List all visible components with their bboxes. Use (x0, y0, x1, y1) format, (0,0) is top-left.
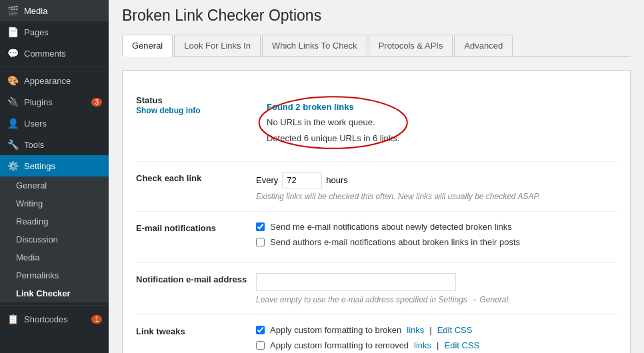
check-link-hint: Existing links will be checked this ofte… (256, 192, 617, 201)
sidebar-item-general[interactable]: General (0, 176, 109, 194)
settings-submenu: General Writing Reading Discussion Media… (0, 176, 109, 302)
sidebar-item-comments[interactable]: 💬 Comments (0, 43, 109, 64)
link-tweaks-label: Link tweaks (136, 325, 256, 336)
link-tweak1-sep: | (429, 325, 431, 335)
email-option1-row: Send me e-mail notifications about newly… (256, 222, 617, 232)
tab-advanced[interactable]: Advanced (454, 35, 513, 56)
tab-look-for-links-in[interactable]: Look For Links In (174, 35, 261, 56)
sidebar-item-discussion[interactable]: Discussion (0, 230, 109, 248)
sidebar-item-permalinks[interactable]: Permalinks (0, 266, 109, 284)
appearance-icon: 🎨 (7, 75, 19, 86)
debug-link[interactable]: Show debug info (136, 106, 201, 115)
users-icon: 👤 (7, 118, 19, 129)
settings-panel: Status Show debug info Found 2 broken li… (122, 70, 631, 353)
check-each-link-row: Check each link Every hours Existing lin… (136, 162, 617, 212)
check-link-input-row: Every hours (256, 172, 617, 188)
settings-icon: ⚙️ (7, 161, 19, 171)
sidebar-item-media[interactable]: Media (0, 248, 109, 266)
sidebar-item-media[interactable]: 🎬 Media (0, 0, 109, 21)
page-title: Broken Link Checker Options (122, 7, 631, 25)
status-oval-container: Found 2 broken links No URLs in the work… (256, 94, 410, 151)
sidebar-item-tools[interactable]: 🔧 Tools (0, 134, 109, 155)
removed-links-link-tweak[interactable]: links (414, 340, 431, 350)
comments-icon: 💬 (7, 48, 19, 59)
email-option2-row: Send authors e-mail notifications about … (256, 237, 617, 247)
divider1 (0, 67, 109, 67)
link-tweaks-row: Link tweaks Apply custom formatting to b… (136, 315, 617, 353)
main-content: Broken Link Checker Options General Look… (109, 0, 644, 353)
status-row: Status Show debug info Found 2 broken li… (136, 84, 617, 162)
sidebar-item-settings[interactable]: ⚙️ Settings ◀ (0, 155, 109, 176)
sidebar-item-writing[interactable]: Writing (0, 194, 109, 212)
sidebar-item-reading[interactable]: Reading (0, 212, 109, 230)
svg-point-0 (259, 97, 407, 149)
check-link-label: Check each link (136, 172, 256, 183)
divider2 (0, 305, 109, 306)
sidebar-item-appearance[interactable]: 🎨 Appearance (0, 70, 109, 91)
sidebar-item-plugins[interactable]: 🔌 Plugins 3 (0, 91, 109, 113)
hours-label: hours (326, 175, 348, 185)
notification-email-label: Notification e-mail address (136, 273, 256, 284)
edit-css-link2[interactable]: Edit CSS (445, 340, 480, 350)
link-tweak1-row: Apply custom formatting to broken links … (256, 325, 617, 335)
hours-input[interactable] (282, 172, 322, 188)
link-tweak1-prefix: Apply custom formatting to broken (270, 325, 401, 335)
tab-bar: General Look For Links In Which Links To… (122, 35, 631, 57)
tab-which-links-to-check[interactable]: Which Links To Check (262, 35, 367, 56)
status-label: Status (136, 95, 163, 105)
settings-arrow: ◀ (97, 163, 102, 170)
broken-links-link-tweak[interactable]: links (407, 325, 424, 335)
link-tweak2-prefix: Apply custom formatting to removed (270, 340, 409, 350)
plugins-icon: 🔌 (7, 97, 19, 107)
media-icon: 🎬 (7, 5, 19, 16)
every-label: Every (256, 175, 278, 185)
link-tweak2-checkbox[interactable] (256, 341, 265, 350)
tab-protocols-apis[interactable]: Protocols & APIs (369, 35, 453, 56)
link-tweak2-sep: | (437, 340, 439, 350)
tab-general[interactable]: General (122, 35, 173, 57)
sidebar-item-users[interactable]: 👤 Users (0, 113, 109, 134)
plugins-badge: 3 (91, 98, 102, 107)
link-tweak2-row: Apply custom formatting to removed links… (256, 340, 617, 350)
pages-icon: 📄 (7, 27, 19, 37)
tools-icon: 🔧 (7, 139, 19, 150)
email-notifications-row: E-mail notifications Send me e-mail noti… (136, 212, 617, 263)
notification-email-hint: Leave empty to use the e-mail address sp… (256, 295, 617, 304)
status-oval-svg (256, 94, 410, 151)
email-notifications-label: E-mail notifications (136, 222, 256, 233)
shortcodes-icon: 📋 (7, 314, 19, 324)
notification-email-input[interactable] (256, 273, 456, 291)
sidebar: 🎬 Media 📄 Pages 💬 Comments 🎨 Appearance … (0, 0, 109, 353)
edit-css-link1[interactable]: Edit CSS (437, 325, 473, 335)
email-option1-label: Send me e-mail notifications about newly… (270, 222, 512, 232)
shortcodes-badge: 1 (91, 315, 102, 324)
sidebar-item-shortcodes[interactable]: 📋 Shortcodes 1 (0, 308, 109, 330)
sidebar-item-link-checker[interactable]: Link Checker (0, 284, 109, 302)
notification-email-row: Notification e-mail address Leave empty … (136, 263, 617, 315)
sidebar-item-pages[interactable]: 📄 Pages (0, 21, 109, 43)
email-option1-checkbox[interactable] (256, 222, 265, 231)
email-option2-checkbox[interactable] (256, 238, 265, 246)
link-tweak1-checkbox[interactable] (256, 326, 265, 334)
email-option2-label: Send authors e-mail notifications about … (270, 237, 520, 247)
